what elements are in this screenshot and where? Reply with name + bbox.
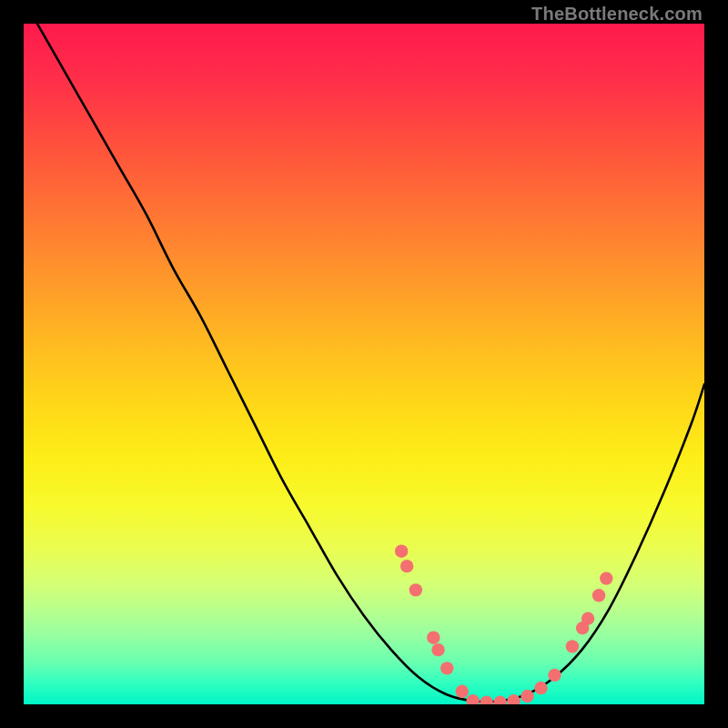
data-dot [507,694,520,704]
data-dot [466,694,479,704]
data-dot [480,696,492,704]
data-dot [400,560,413,572]
data-dot [456,685,469,698]
watermark-text: TheBottleneck.com [531,4,703,25]
data-dot [395,545,408,558]
data-dot [600,571,612,584]
data-dot [431,643,444,656]
data-dot [410,583,422,596]
data-dot [566,640,579,652]
data-dot [534,682,547,694]
data-dot [427,631,440,643]
chart-frame: TheBottleneck.com [0,0,728,728]
data-dot [592,589,605,602]
chart-svg [24,24,704,704]
plot-area [24,24,704,704]
data-dot [493,696,506,704]
data-dots-group [395,545,613,705]
data-dot [548,669,561,682]
data-dot [440,662,453,674]
bottleneck-curve [37,24,704,702]
data-dot [581,612,594,625]
data-dot [521,690,533,703]
